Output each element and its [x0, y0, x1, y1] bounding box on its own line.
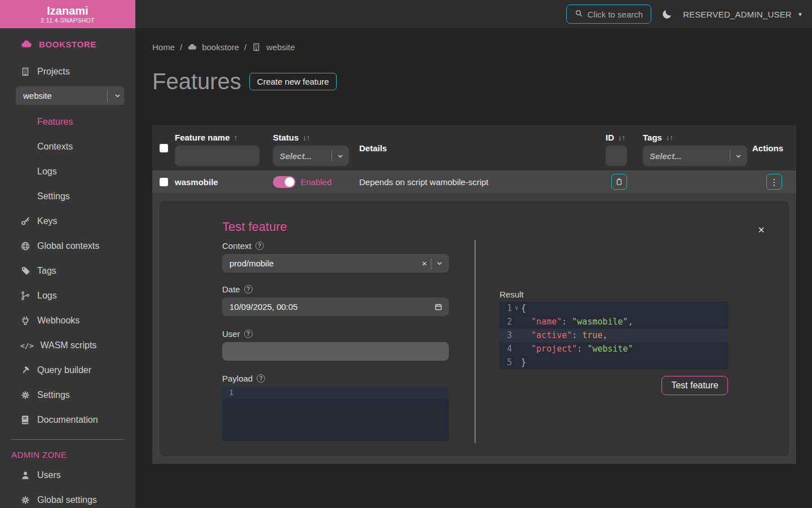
help-icon[interactable]: ?: [244, 285, 253, 294]
user-icon: [20, 470, 30, 480]
test-result: Result 1 ∨ { 2 "name": "wasmobile",: [500, 200, 728, 395]
status-filter-select[interactable]: Select...: [273, 146, 349, 166]
sort-asc-icon[interactable]: ↑: [234, 133, 238, 142]
select-all-checkbox[interactable]: [160, 144, 168, 152]
breadcrumb-tenant[interactable]: bookstore: [202, 42, 239, 52]
sort-both-icon[interactable]: ↓↑: [666, 133, 673, 142]
test-feature-button[interactable]: Test feature: [661, 376, 728, 395]
sidebar-item-settings[interactable]: Settings: [0, 383, 135, 408]
result-code-viewer[interactable]: 1 ∨ { 2 "name": "wasmobile", 3: [500, 301, 728, 369]
sidebar-item-tags[interactable]: Tags: [0, 259, 135, 283]
hammer-icon: [20, 365, 30, 375]
result-label: Result: [500, 290, 728, 299]
context-value: prod/mobile: [230, 259, 422, 268]
col-feature-name: Feature name ↑: [175, 125, 273, 170]
search-label: Click to search: [588, 10, 643, 19]
col-details: Details: [359, 125, 606, 170]
sort-both-icon[interactable]: ↓↑: [303, 133, 310, 142]
help-icon[interactable]: ?: [255, 242, 264, 250]
project-select-value: website: [23, 91, 52, 100]
sort-both-icon[interactable]: ↓↑: [618, 133, 625, 142]
panel-divider: [475, 240, 475, 443]
create-feature-button[interactable]: Create new feature: [249, 73, 337, 90]
sidebar-item-wasm-scripts[interactable]: </> WASM scripts: [0, 333, 135, 358]
dark-mode-toggle[interactable]: [661, 8, 673, 20]
date-label: Date ?: [222, 284, 449, 294]
payload-editor[interactable]: 1: [222, 387, 449, 441]
feature-name: wasmobile: [175, 177, 273, 187]
sidebar-item-global-settings[interactable]: Global settings: [0, 488, 135, 508]
col-tags: Tags ↓↑ Select...: [643, 125, 752, 170]
sidebar-item-project-logs[interactable]: Logs: [0, 159, 135, 184]
date-input[interactable]: 10/09/2025, 00:05: [222, 297, 449, 316]
breadcrumb-home[interactable]: Home: [152, 42, 175, 52]
app-logo: Izanami 2.11.4-SNAPSHOT: [0, 0, 135, 28]
sidebar-item-users[interactable]: Users: [0, 463, 135, 488]
username: RESERVED_ADMIN_USER: [683, 10, 792, 19]
sidebar-item-keys[interactable]: Keys: [0, 209, 135, 234]
user-input[interactable]: [222, 342, 449, 361]
book-icon: [20, 415, 30, 425]
table-row: wasmobile Enabled Depends on script wamo…: [152, 170, 796, 193]
payload-label: Payload ?: [222, 374, 449, 383]
table-header: Feature name ↑ Status ↓↑ Select... Detai…: [152, 125, 796, 170]
breadcrumb-project[interactable]: website: [266, 42, 295, 52]
sidebar-divider: [11, 439, 124, 440]
gear-icon: [20, 390, 30, 400]
user-label: User ?: [222, 329, 449, 339]
close-icon[interactable]: ×: [758, 224, 765, 235]
help-icon[interactable]: ?: [244, 330, 253, 338]
status-toggle[interactable]: [273, 176, 295, 188]
row-actions-button[interactable]: ⋮: [766, 174, 782, 190]
sidebar-item-query-builder[interactable]: Query builder: [0, 358, 135, 383]
row-checkbox[interactable]: [160, 178, 168, 186]
test-feature-panel: Test feature × Context ? prod/mobile × D: [158, 200, 790, 457]
app-version: 2.11.4-SNAPSHOT: [41, 17, 95, 24]
sidebar-item-label: Projects: [37, 67, 70, 77]
sidebar-item-project-settings[interactable]: Settings: [0, 184, 135, 209]
expanded-row-area: Test feature × Context ? prod/mobile × D: [152, 193, 796, 464]
id-filter-input[interactable]: [606, 146, 627, 166]
copy-id-button[interactable]: [611, 174, 627, 190]
panel-title: Test feature: [222, 220, 287, 234]
feature-name-filter-input[interactable]: [175, 146, 259, 166]
sidebar-item-documentation[interactable]: Documentation: [0, 408, 135, 432]
search-icon: [575, 9, 583, 19]
date-value: 10/09/2025, 00:05: [230, 302, 434, 312]
features-table: Feature name ↑ Status ↓↑ Select... Detai…: [152, 125, 796, 464]
key-icon: [20, 216, 30, 226]
search-button[interactable]: Click to search: [566, 5, 651, 24]
tag-icon: [20, 266, 30, 276]
sidebar-item-features[interactable]: Features: [0, 110, 135, 134]
user-menu[interactable]: RESERVED_ADMIN_USER ▼: [683, 10, 803, 19]
admin-zone-label: ADMIN ZONE: [0, 445, 135, 463]
col-status: Status ↓↑ Select...: [273, 125, 359, 170]
help-icon[interactable]: ?: [257, 374, 265, 383]
building-icon: [20, 67, 30, 77]
chevron-down-icon: [734, 152, 743, 160]
sidebar-item-projects[interactable]: Projects: [0, 59, 135, 84]
gear-icon: [20, 495, 30, 505]
clear-icon[interactable]: ×: [422, 259, 427, 268]
project-select[interactable]: website: [16, 86, 124, 105]
context-select[interactable]: prod/mobile ×: [222, 254, 449, 273]
sidebar-item-logs[interactable]: Logs: [0, 283, 135, 308]
sidebar-item-contexts[interactable]: Contexts: [0, 134, 135, 159]
col-id: ID ↓↑: [606, 125, 643, 170]
sidebar: BOOKSTORE Projects website Features Cont…: [0, 28, 135, 508]
code-icon: </>: [20, 341, 33, 350]
tags-filter-select[interactable]: Select...: [643, 146, 747, 166]
fold-icon[interactable]: ∨: [512, 301, 521, 315]
sidebar-item-webhooks[interactable]: Webhooks: [0, 308, 135, 333]
tenant-label: BOOKSTORE: [39, 40, 96, 49]
kebab-icon: ⋮: [770, 178, 779, 186]
sidebar-item-global-contexts[interactable]: Global contexts: [0, 234, 135, 259]
chevron-down-icon: [435, 259, 444, 268]
cloud-icon: [20, 38, 32, 50]
feature-details: Depends on script wamobile-script: [359, 177, 606, 187]
branch-icon: [20, 291, 30, 301]
plug-icon: [20, 316, 30, 326]
app-name: Izanami: [47, 5, 88, 17]
tenant-selector[interactable]: BOOKSTORE: [20, 38, 135, 50]
caret-down-icon: ▼: [797, 11, 803, 17]
